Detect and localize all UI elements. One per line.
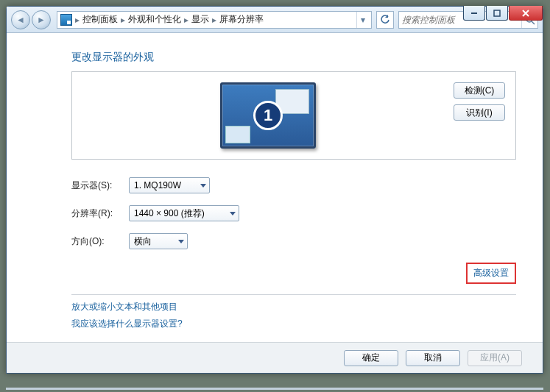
monitor-area: 1 [82,82,454,149]
forward-button[interactable]: ► [32,10,51,29]
breadcrumb-item[interactable]: 控制面板 [82,13,118,26]
resolution-select[interactable]: 1440 × 900 (推荐) [129,205,239,221]
content-pane: 更改显示器的外观 1 检测(C) 识别(I) 显示器(S): 1. MQ190W [7,33,543,373]
divider [71,294,516,295]
svg-rect-1 [494,10,500,16]
text-size-link[interactable]: 放大或缩小文本和其他项目 [71,301,516,313]
monitor-number: 1 [253,101,283,130]
orientation-select[interactable]: 横向 [129,233,188,249]
chevron-down-icon [178,240,184,243]
display-value: 1. MQ190W [134,180,194,190]
refresh-button[interactable] [376,11,394,29]
breadcrumb-dropdown[interactable]: ▾ [356,12,368,28]
chevron-down-icon [200,184,206,188]
back-button[interactable]: ◄ [11,10,30,29]
control-panel-icon [60,14,72,26]
chevron-down-icon [230,212,236,215]
identify-button[interactable]: 识别(I) [454,104,505,121]
breadcrumb[interactable]: ▸ 控制面板 ▸ 外观和个性化 ▸ 显示 ▸ 屏幕分辨率 ▾ [57,11,372,29]
breadcrumb-sep: ▸ [75,15,80,25]
breadcrumb-item[interactable]: 外观和个性化 [128,13,181,26]
orientation-label: 方向(O): [71,235,119,248]
cancel-button[interactable]: 取消 [406,350,460,366]
settings-form: 显示器(S): 1. MQ190W 分辨率(R): 1440 × 900 (推荐… [71,177,516,249]
resolution-value: 1440 × 900 (推荐) [134,207,218,220]
help-link[interactable]: 我应该选择什么显示器设置? [71,318,516,330]
close-button[interactable] [509,6,543,21]
display-preview: 1 检测(C) 识别(I) [71,71,516,160]
breadcrumb-item[interactable]: 屏幕分辨率 [219,13,264,26]
minimize-button[interactable] [463,6,485,21]
orientation-value: 横向 [134,235,165,248]
window: ◄ ► ▸ 控制面板 ▸ 外观和个性化 ▸ 显示 ▸ 屏幕分辨率 ▾ 更改显示器… [6,6,543,374]
detect-button[interactable]: 检测(C) [454,82,505,99]
breadcrumb-item[interactable]: 显示 [191,13,209,26]
monitor-thumbnail[interactable]: 1 [220,82,316,149]
maximize-button[interactable] [486,6,508,21]
display-label: 显示器(S): [71,179,119,192]
ok-button[interactable]: 确定 [344,350,398,366]
advanced-settings-link[interactable]: 高级设置 [466,263,516,284]
dialog-footer: 确定 取消 应用(A) [7,342,543,373]
window-shadow [6,388,543,390]
display-select[interactable]: 1. MQ190W [129,177,210,193]
page-title: 更改显示器的外观 [71,51,516,64]
apply-button: 应用(A) [468,350,522,366]
window-controls [462,6,543,22]
taskbar-glyph [225,126,250,143]
resolution-label: 分辨率(R): [71,207,119,220]
